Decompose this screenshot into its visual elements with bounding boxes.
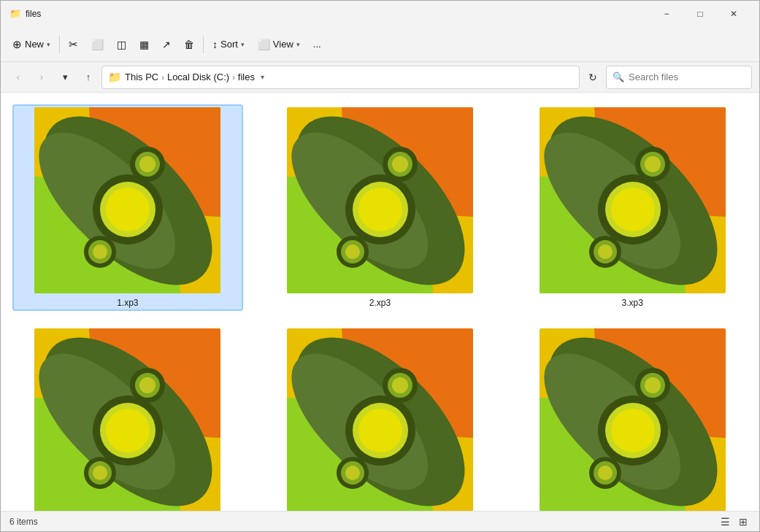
- minimize-button[interactable]: −: [650, 2, 683, 26]
- forward-button[interactable]: ›: [31, 67, 52, 88]
- share-icon: ↗: [162, 39, 171, 50]
- svg-point-21: [358, 188, 402, 231]
- svg-point-83: [598, 466, 613, 480]
- svg-point-13: [93, 244, 107, 259]
- refresh-button[interactable]: ↻: [583, 67, 603, 88]
- svg-point-69: [345, 466, 360, 480]
- sort-chevron-icon: ▾: [241, 41, 245, 48]
- sort-label: Sort: [220, 39, 238, 50]
- cut-icon: ✂: [69, 38, 78, 51]
- content-area: 1.xp3 2.xp3: [1, 93, 759, 511]
- file-item-6[interactable]: 6.xp3: [517, 325, 748, 511]
- grid-view-button[interactable]: ⊞: [736, 514, 751, 529]
- svg-point-80: [645, 377, 661, 393]
- new-label: New: [25, 39, 44, 50]
- new-icon: ⊕: [12, 38, 22, 51]
- rename-icon: ▦: [139, 39, 149, 50]
- file-name-2: 2.xp3: [369, 298, 391, 308]
- list-view-button[interactable]: ☰: [718, 514, 733, 529]
- svg-point-55: [93, 466, 107, 480]
- file-name-3: 3.xp3: [621, 298, 642, 308]
- cut-button[interactable]: ✂: [63, 34, 84, 55]
- sort-icon: ↕: [212, 39, 218, 50]
- view-button[interactable]: ⬜ View ▾: [252, 35, 306, 54]
- title-bar: 📁 files − □ ✕: [1, 1, 759, 27]
- window-title: files: [26, 9, 650, 19]
- file-item-1[interactable]: 1.xp3: [12, 104, 243, 311]
- recent-button[interactable]: ▾: [55, 67, 75, 88]
- delete-icon: 🗑: [184, 39, 194, 50]
- toolbar: ⊕ New ▾ ✂ ⬜ ◫ ▦ ↗ 🗑 ↕ Sort ▾ ⬜ View ▾ ..…: [1, 27, 759, 62]
- svg-point-38: [645, 156, 661, 172]
- svg-point-66: [392, 377, 408, 393]
- file-item-3[interactable]: 3.xp3: [517, 104, 748, 311]
- more-button[interactable]: ...: [307, 35, 327, 53]
- breadcrumb-dropdown-button[interactable]: ▾: [261, 73, 264, 81]
- view-chevron-icon: ▾: [296, 41, 300, 48]
- svg-point-24: [392, 156, 408, 172]
- file-name-1: 1.xp3: [117, 298, 138, 308]
- svg-point-35: [611, 188, 655, 231]
- breadcrumb-thispc: This PC: [125, 72, 158, 82]
- search-icon: 🔍: [613, 72, 624, 82]
- sort-button[interactable]: ↕ Sort ▾: [207, 35, 250, 54]
- new-chevron-icon: ▾: [47, 41, 50, 48]
- svg-point-7: [106, 188, 150, 231]
- toolbar-separator-2: [203, 36, 204, 53]
- svg-point-41: [598, 244, 613, 259]
- file-item-2[interactable]: 2.xp3: [265, 104, 496, 311]
- item-count: 6 items: [9, 517, 38, 527]
- status-bar: 6 items ☰ ⊞: [1, 511, 759, 531]
- search-box: 🔍: [606, 66, 752, 89]
- file-thumbnail-5: [287, 328, 473, 511]
- svg-point-27: [345, 244, 360, 259]
- back-button[interactable]: ‹: [8, 67, 28, 88]
- view-label: View: [273, 39, 293, 50]
- svg-point-52: [139, 377, 156, 393]
- file-thumbnail-3: [540, 107, 726, 293]
- more-label: ...: [313, 39, 321, 50]
- breadcrumb-sep-2: ›: [232, 73, 235, 82]
- svg-point-63: [358, 409, 402, 452]
- file-item-4[interactable]: 4.xp3: [12, 325, 243, 511]
- search-input[interactable]: [629, 72, 751, 82]
- file-thumbnail-1: [34, 107, 220, 293]
- file-thumbnail-2: [287, 107, 473, 293]
- toolbar-separator-1: [59, 36, 60, 53]
- file-thumbnail-6: [540, 328, 726, 511]
- share-button[interactable]: ↗: [156, 35, 177, 54]
- delete-button[interactable]: 🗑: [178, 35, 200, 54]
- file-item-5[interactable]: 5.xp3: [265, 325, 496, 511]
- svg-point-10: [139, 156, 156, 172]
- maximize-button[interactable]: □: [683, 2, 717, 26]
- folder-icon: 📁: [9, 8, 21, 20]
- svg-point-77: [611, 409, 655, 452]
- svg-point-49: [106, 409, 150, 452]
- up-button[interactable]: ↑: [78, 67, 99, 88]
- breadcrumb[interactable]: 📁 This PC › Local Disk (C:) › files ▾: [101, 66, 580, 89]
- view-icon: ⬜: [258, 39, 270, 50]
- file-thumbnail-4: [34, 328, 220, 511]
- copy-icon: ⬜: [91, 39, 104, 50]
- close-button[interactable]: ✕: [717, 2, 751, 26]
- view-toggle-buttons: ☰ ⊞: [718, 514, 751, 529]
- file-grid: 1.xp3 2.xp3: [12, 104, 748, 511]
- paste-icon: ◫: [117, 39, 126, 50]
- breadcrumb-sep-1: ›: [161, 73, 164, 82]
- breadcrumb-localdisk: Local Disk (C:): [167, 72, 229, 82]
- paste-button[interactable]: ◫: [111, 35, 132, 54]
- address-bar: ‹ › ▾ ↑ 📁 This PC › Local Disk (C:) › fi…: [1, 62, 759, 93]
- breadcrumb-files: files: [238, 72, 255, 82]
- window-controls: − □ ✕: [650, 2, 751, 26]
- copy-button[interactable]: ⬜: [85, 35, 110, 54]
- new-button[interactable]: ⊕ New ▾: [7, 34, 56, 55]
- rename-button[interactable]: ▦: [134, 35, 155, 54]
- breadcrumb-folder-icon: 📁: [108, 71, 122, 84]
